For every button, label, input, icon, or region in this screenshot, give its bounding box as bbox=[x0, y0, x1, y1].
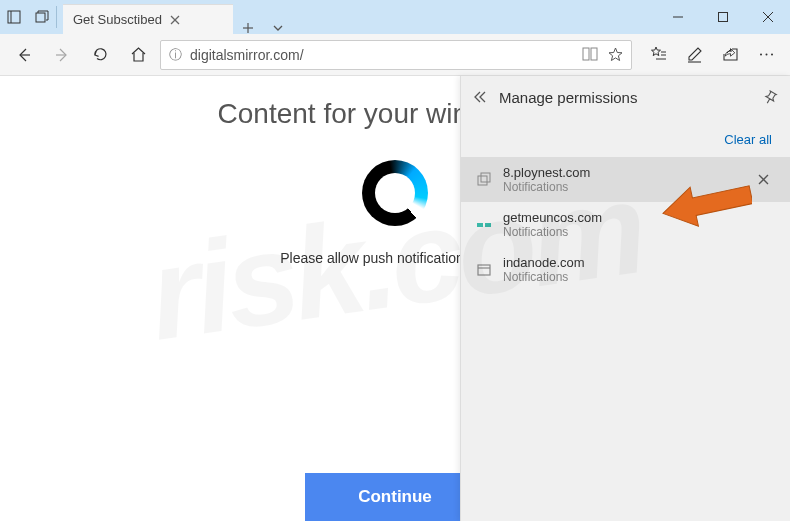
tab-title: Get Subsctibed bbox=[73, 12, 162, 27]
address-bar[interactable]: ⓘ digitalsmirror.com/ bbox=[160, 40, 632, 70]
site-icon bbox=[475, 261, 493, 279]
permission-domain: indanode.com bbox=[503, 255, 776, 270]
site-icon bbox=[475, 216, 493, 234]
permission-type: Notifications bbox=[503, 225, 776, 239]
maximize-button[interactable] bbox=[700, 0, 745, 34]
svg-point-22 bbox=[765, 54, 767, 56]
pin-icon[interactable] bbox=[763, 90, 778, 105]
tab-actions bbox=[0, 0, 56, 34]
permission-item[interactable]: indanode.com Notifications bbox=[461, 247, 790, 292]
permission-domain: getmeuncos.com bbox=[503, 210, 776, 225]
svg-rect-30 bbox=[478, 265, 490, 275]
permission-domain: 8.ploynest.com bbox=[503, 165, 748, 180]
svg-rect-2 bbox=[36, 13, 45, 22]
more-icon[interactable] bbox=[750, 39, 782, 71]
permissions-panel: Manage permissions Clear all 8.ploynest.… bbox=[460, 76, 790, 521]
clear-all-link[interactable]: Clear all bbox=[461, 118, 790, 157]
svg-rect-29 bbox=[485, 223, 491, 227]
svg-rect-8 bbox=[718, 13, 727, 22]
permission-item[interactable]: 8.ploynest.com Notifications bbox=[461, 157, 790, 202]
permission-item[interactable]: getmeuncos.com Notifications bbox=[461, 202, 790, 247]
svg-rect-13 bbox=[583, 48, 589, 60]
separator bbox=[56, 6, 57, 28]
tab-strip: Get Subsctibed bbox=[63, 0, 293, 34]
svg-rect-0 bbox=[8, 11, 20, 23]
svg-marker-16 bbox=[651, 47, 660, 56]
toolbar: ⓘ digitalsmirror.com/ bbox=[0, 34, 790, 76]
clear-all-label: Clear all bbox=[724, 132, 772, 147]
refresh-button[interactable] bbox=[84, 39, 116, 71]
close-window-button[interactable] bbox=[745, 0, 790, 34]
continue-button[interactable]: Continue bbox=[305, 473, 485, 521]
permission-type: Notifications bbox=[503, 180, 748, 194]
remove-permission-icon[interactable] bbox=[758, 174, 776, 185]
favorites-list-icon[interactable] bbox=[642, 39, 674, 71]
svg-marker-15 bbox=[609, 48, 622, 61]
svg-point-21 bbox=[760, 54, 762, 56]
home-button[interactable] bbox=[122, 39, 154, 71]
panel-header: Manage permissions bbox=[461, 76, 790, 118]
reading-view-icon[interactable] bbox=[582, 47, 598, 62]
site-info-icon[interactable]: ⓘ bbox=[169, 46, 182, 64]
svg-rect-25 bbox=[481, 173, 490, 182]
close-tab-icon[interactable] bbox=[170, 15, 180, 25]
continue-label: Continue bbox=[358, 487, 432, 507]
tab-tools-icon[interactable] bbox=[263, 22, 293, 34]
permission-type: Notifications bbox=[503, 270, 776, 284]
site-icon bbox=[475, 171, 493, 189]
svg-point-23 bbox=[771, 54, 773, 56]
favorite-icon[interactable] bbox=[608, 47, 623, 62]
minimize-button[interactable] bbox=[655, 0, 700, 34]
svg-rect-14 bbox=[591, 48, 597, 60]
svg-rect-28 bbox=[477, 223, 483, 227]
tabs-aside-icon[interactable] bbox=[0, 0, 28, 34]
window-controls bbox=[655, 0, 790, 34]
show-tabs-icon[interactable] bbox=[28, 0, 56, 34]
title-bar: Get Subsctibed bbox=[0, 0, 790, 34]
panel-title: Manage permissions bbox=[499, 89, 751, 106]
back-button[interactable] bbox=[8, 39, 40, 71]
notes-icon[interactable] bbox=[678, 39, 710, 71]
url-text: digitalsmirror.com/ bbox=[190, 47, 574, 63]
permissions-list: 8.ploynest.com Notifications getmeuncos.… bbox=[461, 157, 790, 292]
new-tab-button[interactable] bbox=[233, 22, 263, 34]
tab-get-subscribed[interactable]: Get Subsctibed bbox=[63, 4, 233, 34]
forward-button[interactable] bbox=[46, 39, 78, 71]
loading-spinner-icon bbox=[362, 160, 428, 226]
svg-rect-24 bbox=[478, 176, 487, 185]
panel-back-icon[interactable] bbox=[473, 90, 487, 104]
share-icon[interactable] bbox=[714, 39, 746, 71]
